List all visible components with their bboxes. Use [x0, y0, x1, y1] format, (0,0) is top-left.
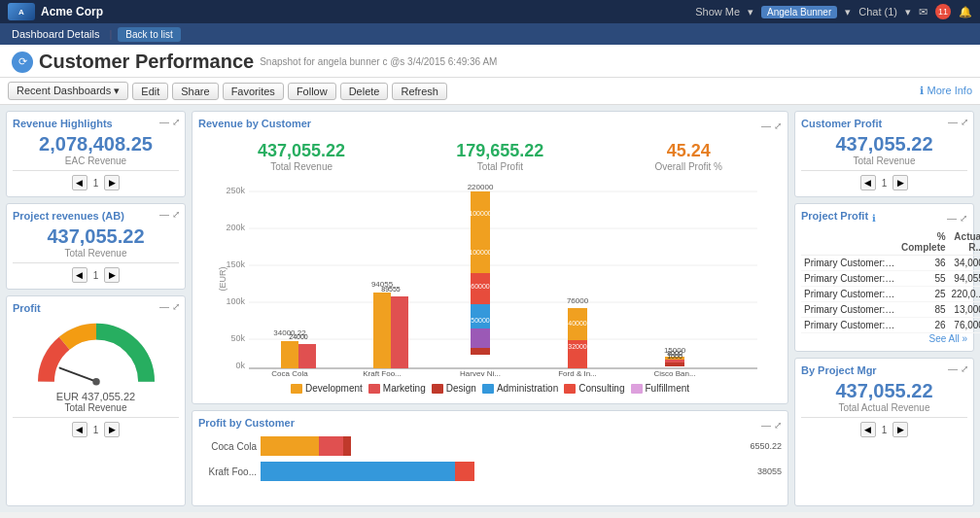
- svg-rect-20: [391, 296, 408, 368]
- overall-profit-metric: 45.24 Overall Profit %: [654, 141, 721, 172]
- customer-profit-next-btn[interactable]: ▶: [892, 175, 908, 190]
- actual-cell: 220,0...: [949, 287, 980, 302]
- rev-customer-expand[interactable]: ⤢: [774, 121, 782, 131]
- customer-profit-widget: Customer Profit — ⤢ 437,055.22 Total Rev…: [794, 111, 974, 197]
- more-info-link[interactable]: More Info: [920, 85, 972, 97]
- profit-expand[interactable]: ⤢: [172, 301, 180, 312]
- profit-by-customer-title: Profit by Customer: [198, 417, 295, 429]
- project-profit-expand[interactable]: ⤢: [960, 213, 967, 224]
- breadcrumb-dashboard[interactable]: Dashboard Details: [8, 26, 104, 42]
- by-project-mgr-expand[interactable]: ⤢: [961, 363, 968, 374]
- favorites-button[interactable]: Favorites: [223, 83, 284, 100]
- recent-dashboards-button[interactable]: Recent Dashboards: [8, 82, 128, 100]
- page-header: ⟳ Customer Performance Snapshot for ange…: [0, 45, 980, 78]
- revenue-highlights-title: Revenue Highlights: [13, 118, 179, 129]
- svg-text:250k: 250k: [226, 186, 245, 195]
- pct-cell: 85: [898, 302, 949, 318]
- profit-prev-btn[interactable]: ◀: [72, 422, 88, 437]
- pct-cell: 25: [898, 287, 949, 302]
- svg-text:Kraft Foo...: Kraft Foo...: [363, 369, 402, 376]
- chat-dropdown-icon[interactable]: ▾: [905, 6, 911, 18]
- project-revenues-next-btn[interactable]: ▶: [104, 267, 120, 283]
- legend-marketing-label: Marketing: [383, 383, 426, 394]
- legend-marketing-color: [368, 384, 380, 394]
- profit-page: 1: [93, 425, 99, 435]
- profit-customer-minimize[interactable]: —: [761, 420, 771, 431]
- follow-button[interactable]: Follow: [288, 83, 336, 100]
- chat-link[interactable]: Chat (1): [858, 6, 897, 17]
- right-panel: Customer Profit — ⤢ 437,055.22 Total Rev…: [794, 111, 974, 506]
- project-revenues-title: Project revenues (AB): [13, 210, 179, 222]
- legend-administration: Administration: [482, 383, 558, 394]
- pct-cell: 26: [898, 318, 949, 333]
- project-revenues-label: Total Revenue: [13, 248, 179, 259]
- legend-fulfillment-label: Fulfillment: [646, 383, 690, 394]
- hbar-container: Coca Cola 6550.22 Kraft Foo... 380: [198, 436, 782, 481]
- revenue-highlights-expand[interactable]: ⤢: [172, 117, 180, 127]
- bar-chart-area: 250k 200k 150k 100k 50k 0k (EUR): [198, 182, 782, 379]
- legend-consulting-label: Consulting: [578, 383, 624, 394]
- profit-minimize[interactable]: —: [159, 301, 169, 312]
- project-revenues-prev-btn[interactable]: ◀: [72, 267, 88, 283]
- profit-by-customer-controls: — ⤢: [761, 420, 782, 431]
- by-project-mgr-prev-btn[interactable]: ◀: [860, 422, 876, 437]
- svg-rect-19: [373, 293, 391, 368]
- revenue-prev-btn[interactable]: ◀: [72, 175, 88, 190]
- breadcrumb-back[interactable]: Back to list: [118, 27, 180, 42]
- svg-text:89555: 89555: [381, 286, 401, 293]
- customer-profit-expand[interactable]: ⤢: [961, 117, 968, 127]
- edit-button[interactable]: Edit: [132, 83, 168, 100]
- project-profit-minimize[interactable]: —: [947, 213, 957, 224]
- user-badge[interactable]: Angela Bunner: [761, 6, 837, 18]
- project-revenues-value: 437,055.22: [13, 225, 179, 248]
- pct-cell: 55: [898, 271, 949, 287]
- app-logo: A: [8, 3, 35, 20]
- customer-cell: Primary Customer: Ch...: [801, 302, 898, 318]
- project-revenues-page: 1: [93, 270, 99, 281]
- svg-rect-16: [298, 344, 316, 368]
- by-project-mgr-next-btn[interactable]: ▶: [892, 422, 908, 437]
- revenue-next-btn[interactable]: ▶: [104, 175, 120, 190]
- revenue-highlights-minimize[interactable]: —: [159, 117, 169, 127]
- svg-rect-15: [281, 341, 298, 368]
- hbar-seg-3: [343, 436, 351, 456]
- refresh-button[interactable]: Refresh: [392, 83, 447, 100]
- svg-text:60000: 60000: [471, 283, 490, 290]
- toolbar: Recent Dashboards Edit Share Favorites F…: [0, 78, 980, 105]
- profit-title: Profit: [13, 302, 179, 314]
- by-project-mgr-nav: ◀ 1 ▶: [801, 422, 967, 437]
- gauge-label: Total Revenue: [65, 402, 127, 413]
- project-revenues-minimize[interactable]: —: [159, 209, 169, 220]
- revenue-metrics: 437,055.22 Total Revenue 179,655.22 Tota…: [198, 137, 782, 176]
- profit-customer-expand[interactable]: ⤢: [774, 420, 782, 431]
- chart-legend: Development Marketing Design Administrat…: [198, 379, 782, 397]
- svg-text:Coca Cola: Coca Cola: [271, 369, 308, 376]
- by-project-mgr-widget: By Project Mgr — ⤢ 437,055.22 Total Actu…: [794, 358, 974, 506]
- total-revenue-label: Total Revenue: [258, 161, 345, 172]
- profit-next-btn[interactable]: ▶: [104, 422, 120, 437]
- show-me-link[interactable]: Show Me: [695, 6, 740, 17]
- rev-customer-minimize[interactable]: —: [761, 121, 771, 131]
- total-profit-label: Total Profit: [456, 161, 543, 172]
- share-button[interactable]: Share: [172, 83, 218, 100]
- customer-profit-prev-btn[interactable]: ◀: [860, 175, 876, 190]
- customer-profit-controls: — ⤢: [948, 117, 968, 127]
- revenue-highlights-nav: ◀ 1 ▶: [13, 175, 179, 190]
- delete-button[interactable]: Delete: [340, 83, 389, 100]
- alert-icon[interactable]: 🔔: [959, 6, 972, 18]
- see-all-link[interactable]: See All »: [801, 333, 967, 344]
- message-icon[interactable]: ✉: [919, 6, 928, 18]
- user-dropdown-icon[interactable]: ▾: [845, 6, 851, 18]
- by-project-mgr-title: By Project Mgr: [801, 364, 967, 376]
- snapshot-text: Snapshot for angela bunner c @s 3/4/2015…: [260, 56, 497, 67]
- hbar-coca-cola-value: 6550.22: [750, 441, 782, 451]
- total-revenue-value: 437,055.22: [258, 141, 345, 161]
- customer-profit-minimize[interactable]: —: [948, 117, 958, 127]
- project-revenues-expand[interactable]: ⤢: [172, 209, 180, 220]
- by-project-mgr-minimize[interactable]: —: [948, 363, 958, 374]
- total-profit-metric: 179,655.22 Total Profit: [456, 141, 543, 172]
- overall-profit-value: 45.24: [654, 141, 721, 161]
- project-profit-info-icon[interactable]: ℹ: [872, 213, 876, 224]
- svg-text:220000: 220000: [468, 183, 494, 191]
- notification-badge[interactable]: 11: [935, 4, 951, 19]
